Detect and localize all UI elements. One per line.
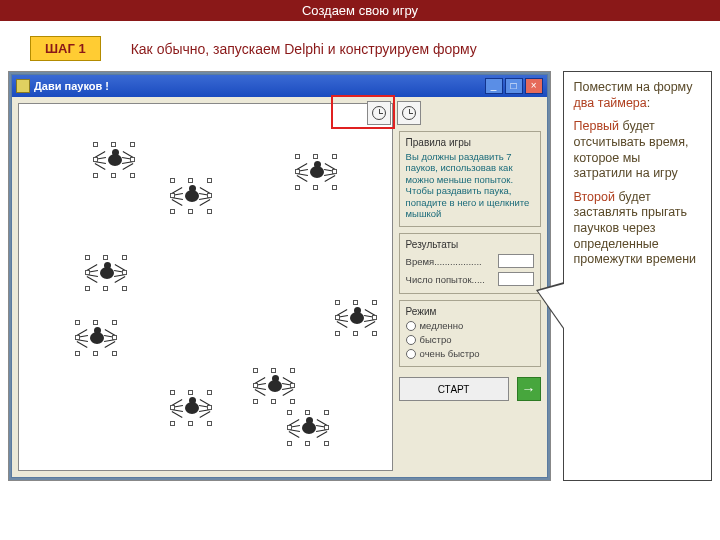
tries-field[interactable] <box>498 272 534 286</box>
start-button[interactable]: СТАРТ <box>399 377 509 401</box>
rules-label: Правила игры <box>406 137 534 148</box>
radio-icon <box>406 335 416 345</box>
spider-image[interactable] <box>174 394 208 422</box>
step-row: ШАГ 1 Как обычно, запускаем Delphi и кон… <box>30 36 720 61</box>
results-group: Результаты Время.................. Число… <box>399 233 541 294</box>
callout-box: Поместим на форму два таймера: Первый бу… <box>563 71 712 481</box>
spider-image[interactable] <box>291 414 325 442</box>
screenshot: Дави пауков ! _ □ × Правила игры <box>8 71 551 481</box>
spider-image[interactable] <box>257 372 291 400</box>
spider-image[interactable] <box>174 182 208 210</box>
time-field[interactable] <box>498 254 534 268</box>
titlebar-text: Дави пауков ! <box>34 80 485 92</box>
rules-group: Правила игры Вы должны раздавить 7 пауко… <box>399 131 541 227</box>
window-close-button[interactable]: × <box>525 78 543 94</box>
slide-title: Как обычно, запускаем Delphi и конструир… <box>131 41 477 57</box>
spider-image[interactable] <box>79 324 113 352</box>
callout-p1a: Поместим на форму <box>574 80 693 94</box>
titlebar: Дави пауков ! _ □ × <box>12 75 547 97</box>
callout-p1c: : <box>647 96 650 110</box>
mode-slow-label: медленно <box>420 320 464 331</box>
titlebar-icon <box>16 79 30 93</box>
mode-veryfast-radio[interactable]: очень быстро <box>406 348 534 359</box>
mode-label: Режим <box>406 306 534 317</box>
callout-p1b: два таймера <box>574 96 647 110</box>
spider-image[interactable] <box>299 158 333 186</box>
rules-text: Вы должны раздавить 7 пауков, использова… <box>406 151 534 219</box>
clock-icon <box>402 106 416 120</box>
callout-p2a: Первый <box>574 119 620 133</box>
step-badge-text: ШАГ 1 <box>45 41 86 56</box>
time-label: Время.................. <box>406 256 482 267</box>
mode-fast-radio[interactable]: быстро <box>406 334 534 345</box>
app-window: Дави пауков ! _ □ × Правила игры <box>11 74 548 478</box>
mode-fast-label: быстро <box>420 334 452 345</box>
window-maximize-button[interactable]: □ <box>505 78 523 94</box>
side-panel: Правила игры Вы должны раздавить 7 пауко… <box>399 103 541 471</box>
mode-group: Режим медленно быстро очень быстро <box>399 300 541 367</box>
results-label: Результаты <box>406 239 534 250</box>
radio-icon <box>406 321 416 331</box>
slide-header-text: Создаем свою игру <box>302 3 418 18</box>
mode-veryfast-label: очень быстро <box>420 348 480 359</box>
window-minimize-button[interactable]: _ <box>485 78 503 94</box>
mode-slow-radio[interactable]: медленно <box>406 320 534 331</box>
go-button[interactable]: → <box>517 377 541 401</box>
timer-2[interactable] <box>397 101 421 125</box>
spider-image[interactable] <box>97 146 131 174</box>
callout-p3a: Второй <box>574 190 615 204</box>
slide-header: Создаем свою игру <box>0 0 720 21</box>
clock-icon <box>372 106 386 120</box>
radio-icon <box>406 349 416 359</box>
spider-image[interactable] <box>339 304 373 332</box>
spider-image[interactable] <box>89 259 123 287</box>
game-canvas[interactable] <box>18 103 393 471</box>
tries-label: Число попыток..... <box>406 274 485 285</box>
step-badge: ШАГ 1 <box>30 36 101 61</box>
